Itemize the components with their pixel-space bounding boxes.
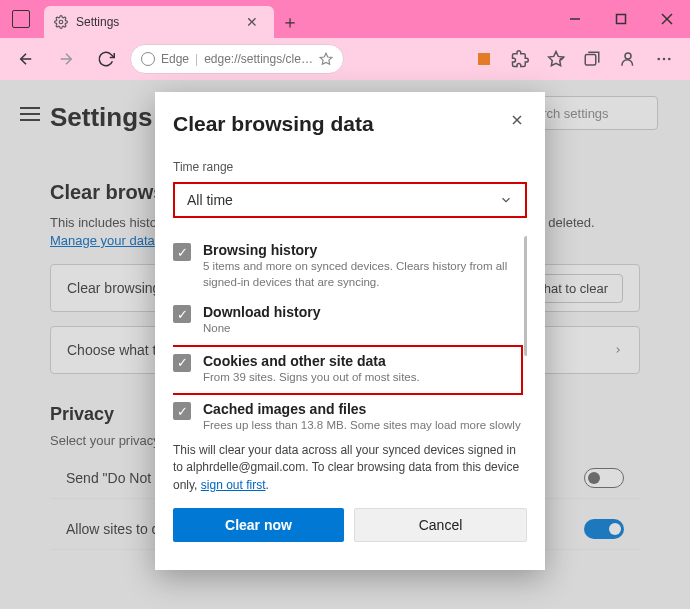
collections-button[interactable] bbox=[576, 43, 608, 75]
item-desc: Frees up less than 13.8 MB. Some sites m… bbox=[203, 418, 527, 434]
time-range-label: Time range bbox=[173, 160, 527, 174]
new-tab-button[interactable]: ＋ bbox=[274, 6, 306, 38]
scrollbar[interactable] bbox=[524, 236, 527, 356]
item-title: Cookies and other site data bbox=[203, 353, 420, 369]
svg-rect-8 bbox=[478, 53, 490, 65]
profile-button[interactable] bbox=[612, 43, 644, 75]
svg-point-13 bbox=[663, 58, 666, 61]
data-type-list: ✓ Browsing history 5 items and more on s… bbox=[173, 236, 527, 434]
clear-browsing-data-dialog: Clear browsing data Time range All time … bbox=[155, 92, 545, 570]
window-controls bbox=[552, 0, 690, 38]
sign-out-first-link[interactable]: sign out first bbox=[201, 478, 266, 492]
checkbox[interactable]: ✓ bbox=[173, 354, 191, 372]
svg-point-14 bbox=[668, 58, 671, 61]
item-title: Cached images and files bbox=[203, 401, 527, 417]
item-desc: None bbox=[203, 321, 320, 337]
close-window-button[interactable] bbox=[644, 0, 690, 38]
dialog-title: Clear browsing data bbox=[173, 112, 527, 136]
browser-tab[interactable]: Settings ✕ bbox=[44, 6, 274, 38]
more-button[interactable] bbox=[648, 43, 680, 75]
checkbox[interactable]: ✓ bbox=[173, 243, 191, 261]
gear-icon bbox=[54, 15, 68, 29]
chevron-down-icon bbox=[499, 193, 513, 207]
tab-title: Settings bbox=[76, 15, 119, 29]
cookies-item: ✓ Cookies and other site data From 39 si… bbox=[173, 345, 523, 396]
favorites-button[interactable] bbox=[540, 43, 572, 75]
time-range-select[interactable]: All time bbox=[173, 182, 527, 218]
forward-button[interactable] bbox=[50, 43, 82, 75]
dialog-buttons: Clear now Cancel bbox=[173, 508, 527, 542]
item-desc: From 39 sites. Signs you out of most sit… bbox=[203, 370, 420, 386]
app-icon bbox=[12, 10, 30, 28]
svg-marker-9 bbox=[549, 52, 564, 66]
item-title: Download history bbox=[203, 304, 320, 320]
refresh-button[interactable] bbox=[90, 43, 122, 75]
checkbox[interactable]: ✓ bbox=[173, 402, 191, 420]
browsing-history-item: ✓ Browsing history 5 items and more on s… bbox=[173, 236, 527, 298]
svg-rect-10 bbox=[585, 55, 596, 66]
cached-files-item: ✓ Cached images and files Frees up less … bbox=[173, 395, 527, 434]
svg-point-0 bbox=[59, 20, 63, 24]
address-bar[interactable]: Edge | edge://settings/cle… bbox=[130, 44, 344, 74]
tab-close-button[interactable]: ✕ bbox=[240, 12, 264, 32]
address-url: edge://settings/cle… bbox=[204, 52, 313, 66]
favorite-icon[interactable] bbox=[319, 52, 333, 66]
toolbar: Edge | edge://settings/cle… bbox=[0, 38, 690, 80]
titlebar: Settings ✕ ＋ bbox=[0, 0, 690, 38]
sync-notice: This will clear your data across all you… bbox=[173, 442, 527, 494]
download-history-item: ✓ Download history None bbox=[173, 298, 527, 345]
toolbar-right bbox=[468, 43, 680, 75]
svg-point-11 bbox=[625, 53, 631, 59]
extension-icon[interactable] bbox=[468, 43, 500, 75]
time-range-value: All time bbox=[187, 192, 233, 208]
svg-rect-2 bbox=[617, 15, 626, 24]
back-button[interactable] bbox=[10, 43, 42, 75]
item-desc: 5 items and more on synced devices. Clea… bbox=[203, 259, 527, 290]
item-title: Browsing history bbox=[203, 242, 527, 258]
address-prefix: Edge bbox=[161, 52, 189, 66]
dialog-close-button[interactable] bbox=[503, 106, 531, 134]
maximize-button[interactable] bbox=[598, 0, 644, 38]
extensions-button[interactable] bbox=[504, 43, 536, 75]
separator: | bbox=[195, 52, 198, 66]
svg-point-12 bbox=[657, 58, 660, 61]
clear-now-button[interactable]: Clear now bbox=[173, 508, 344, 542]
minimize-button[interactable] bbox=[552, 0, 598, 38]
svg-marker-7 bbox=[320, 53, 332, 64]
checkbox[interactable]: ✓ bbox=[173, 305, 191, 323]
cancel-button[interactable]: Cancel bbox=[354, 508, 527, 542]
edge-icon bbox=[141, 52, 155, 66]
